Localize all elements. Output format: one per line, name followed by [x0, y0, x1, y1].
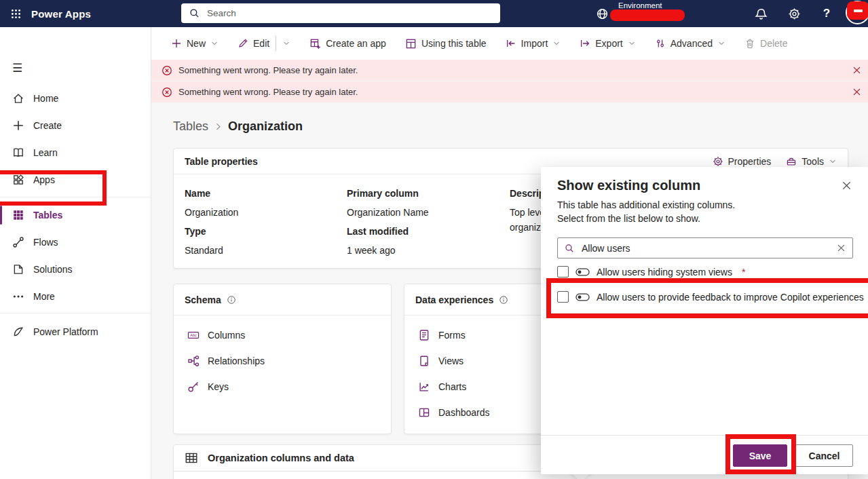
environment-name-redaction [610, 9, 685, 21]
primary-column-label: Primary column [347, 188, 419, 199]
new-button[interactable]: New [171, 38, 219, 49]
clear-search-icon[interactable] [837, 244, 846, 252]
show-existing-column-dialog: Show existing column This table has addi… [541, 167, 868, 474]
using-this-table-button[interactable]: Using this table [405, 38, 487, 50]
chevron-down-icon [628, 39, 636, 47]
data-experiences-item-label: Dashboards [438, 407, 490, 418]
chevron-down-icon [552, 39, 561, 47]
environment-icon[interactable] [596, 7, 609, 20]
global-search-box[interactable] [181, 3, 500, 23]
account-avatar[interactable] [846, 1, 868, 24]
export-button[interactable]: Export [580, 38, 635, 49]
info-icon[interactable] [227, 295, 236, 305]
checkbox[interactable] [557, 266, 569, 277]
gear-icon [788, 7, 801, 20]
edit-button[interactable]: Edit [238, 36, 290, 51]
import-button[interactable]: Import [506, 38, 561, 49]
schema-item-relationships[interactable]: Relationships [187, 355, 265, 367]
sidebar-item-tables[interactable]: Tables [0, 202, 151, 229]
environment-label[interactable]: Environment [618, 1, 662, 9]
plus-icon [12, 119, 24, 132]
delete-button[interactable]: Delete [744, 38, 787, 49]
option-label: Allow users hiding system views [597, 267, 732, 277]
data-experiences-item-dashboards[interactable]: Dashboards [418, 406, 490, 419]
sidebar-item-solutions[interactable]: Solutions [0, 256, 151, 283]
sidebar-item-home[interactable]: Home [0, 85, 151, 112]
cancel-button[interactable]: Cancel [795, 444, 853, 467]
dialog-footer-divider [541, 435, 868, 436]
nav-divider [0, 313, 151, 313]
nav-collapse-button[interactable]: ☰ [12, 61, 22, 75]
command-bar: New Edit Create an app Using this table … [151, 27, 868, 60]
schema-item-columns[interactable]: Columns [187, 329, 245, 341]
schema-item-label: Columns [208, 330, 245, 341]
avatar-redaction [847, 1, 868, 20]
sidebar-item-more[interactable]: More [0, 283, 151, 310]
chevron-down-icon[interactable] [282, 39, 290, 47]
sidebar-item-label: Power Platform [33, 326, 98, 337]
schema-item-keys[interactable]: Keys [187, 381, 229, 393]
top-app-bar: Power Apps Environment ? [0, 0, 868, 27]
schema-item-label: Keys [208, 381, 229, 392]
sliders-icon [655, 38, 666, 49]
breadcrumb: Tables Organization [173, 119, 303, 134]
schema-card: Schema Columns Relationships Keys [173, 284, 392, 434]
help-button[interactable]: ? [820, 7, 833, 20]
grid-plus-icon [309, 38, 321, 50]
settings-button[interactable] [787, 7, 801, 20]
chevron-down-icon [210, 39, 219, 47]
data-experiences-item-views[interactable]: Views [418, 355, 464, 367]
two-options-toggle-icon [575, 293, 590, 301]
notifications-button[interactable] [754, 7, 768, 20]
data-experiences-item-label: Views [438, 356, 464, 366]
sidebar-item-label: More [33, 291, 55, 302]
info-icon[interactable] [499, 295, 508, 305]
sidebar-item-learn[interactable]: Learn [0, 139, 151, 166]
create-an-app-button[interactable]: Create an app [309, 38, 386, 50]
global-search-input[interactable] [206, 7, 492, 19]
question-icon: ? [823, 7, 830, 20]
search-icon [565, 244, 574, 253]
type-label: Type [185, 226, 206, 237]
option-allow-users-copilot-feedback[interactable]: Allow users to provide feedback to impro… [557, 291, 868, 303]
dialog-search-input[interactable] [580, 242, 831, 254]
option-allow-users-hiding-system-views[interactable]: Allow users hiding system views * [557, 266, 745, 277]
tools-button[interactable]: Tools [786, 156, 837, 167]
import-arrow-icon [506, 38, 516, 49]
avatar-redaction-dash [854, 9, 863, 12]
last-modified-label: Last modified [347, 226, 409, 237]
properties-button[interactable]: Properties [713, 156, 772, 167]
close-icon[interactable] [842, 180, 852, 191]
chevron-down-icon [717, 39, 725, 47]
breadcrumb-tables-link[interactable]: Tables [173, 119, 208, 134]
sidebar-item-power-platform[interactable]: Power Platform [0, 318, 151, 345]
app-launcher-button[interactable] [0, 0, 31, 27]
app-title[interactable]: Power Apps [31, 8, 91, 20]
close-icon[interactable] [852, 66, 861, 75]
name-label: Name [185, 188, 210, 199]
sidebar-item-create[interactable]: Create [0, 112, 151, 139]
sidebar-item-apps[interactable]: Apps [0, 166, 151, 193]
solutions-icon [12, 263, 24, 275]
error-message: Something went wrong. Please try again l… [178, 87, 358, 97]
save-button[interactable]: Save [733, 444, 787, 467]
close-icon[interactable] [852, 88, 861, 96]
split-divider [276, 36, 276, 51]
error-circle-x-icon [162, 87, 172, 98]
sidebar-item-flows[interactable]: Flows [0, 229, 151, 256]
checkbox[interactable] [557, 291, 569, 303]
plus-icon [171, 38, 182, 49]
search-icon [189, 8, 200, 18]
data-experiences-item-label: Charts [438, 381, 466, 392]
advanced-button[interactable]: Advanced [655, 38, 725, 49]
organization-columns-title: Organization columns and data [208, 453, 354, 463]
data-experiences-item-charts[interactable]: Charts [418, 381, 466, 393]
sidebar-item-label: Create [33, 120, 62, 131]
advanced-label: Advanced [671, 38, 713, 49]
dialog-search-box[interactable] [557, 237, 853, 258]
option-label: Allow users to provide feedback to impro… [597, 292, 864, 303]
chevron-right-icon [214, 122, 223, 131]
table-grid-icon [185, 451, 198, 465]
gear-icon [713, 156, 723, 167]
data-experiences-item-forms[interactable]: Forms [418, 329, 466, 341]
